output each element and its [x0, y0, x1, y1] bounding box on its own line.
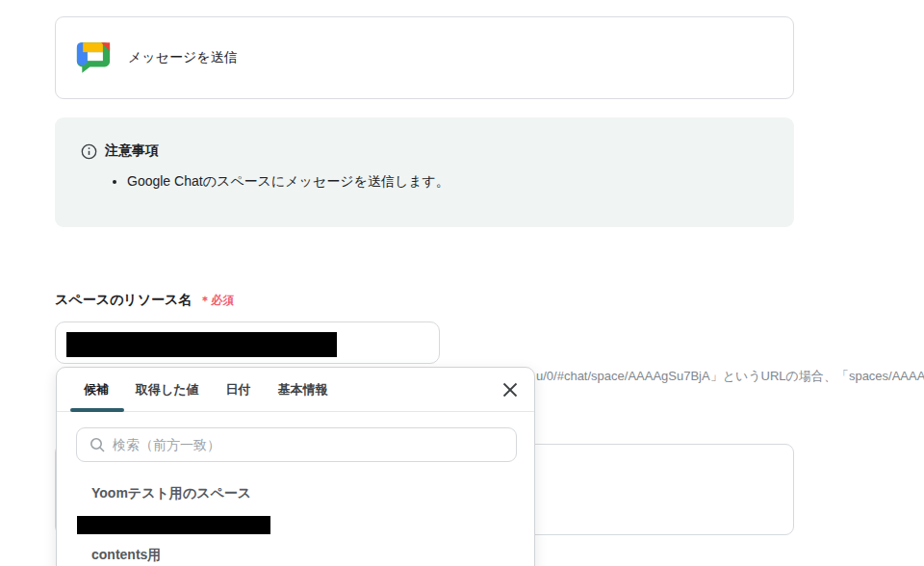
space-resource-input[interactable]	[55, 322, 440, 364]
space-field-help-text: u/0/#chat/space/AAAAgSu7BjA」というURLの場合、「s…	[536, 368, 924, 385]
close-icon	[501, 381, 519, 399]
search-icon	[90, 437, 106, 453]
tab-retrieved-values[interactable]: 取得した値	[122, 368, 213, 412]
note-item: Google Chatのスペースにメッセージを送信します。	[127, 172, 771, 192]
close-button[interactable]	[499, 378, 522, 401]
info-icon	[81, 143, 97, 160]
redacted-list-value	[77, 516, 270, 534]
value-picker-popup: 候補 取得した値 日付 基本情報 Yoomテスト用のスペース	[56, 367, 535, 566]
active-tab-underline	[70, 408, 124, 412]
space-field-label: スペースのリソース名	[55, 292, 192, 309]
tab-date[interactable]: 日付	[213, 368, 265, 412]
picker-item-redacted[interactable]	[57, 509, 534, 540]
page: メッセージを送信 注意事項 Google Chatのスペースにメッセージを送信し…	[0, 0, 924, 566]
picker-search-input[interactable]	[113, 437, 516, 452]
google-chat-icon	[76, 41, 111, 74]
space-field-label-row: スペースのリソース名 ＊必須	[55, 292, 234, 309]
picker-list: Yoomテスト用のスペース contents用	[57, 478, 534, 566]
picker-item-contents[interactable]: contents用	[57, 540, 534, 566]
required-badge: ＊必須	[199, 293, 234, 309]
tab-basic-info[interactable]: 基本情報	[265, 368, 342, 412]
note-list: Google Chatのスペースにメッセージを送信します。	[127, 172, 771, 192]
picker-tabs-row: 候補 取得した値 日付 基本情報	[57, 368, 534, 412]
note-title-row: 注意事項	[81, 142, 771, 160]
picker-item-yoom-test-space[interactable]: Yoomテスト用のスペース	[57, 478, 534, 509]
redacted-input-value	[66, 332, 337, 357]
picker-search-box[interactable]	[76, 427, 517, 462]
note-title: 注意事項	[105, 142, 159, 160]
tab-candidates[interactable]: 候補	[70, 368, 122, 412]
action-title: メッセージを送信	[128, 49, 238, 66]
notes-card: 注意事項 Google Chatのスペースにメッセージを送信します。	[55, 117, 794, 227]
action-header-card[interactable]: メッセージを送信	[55, 16, 794, 99]
